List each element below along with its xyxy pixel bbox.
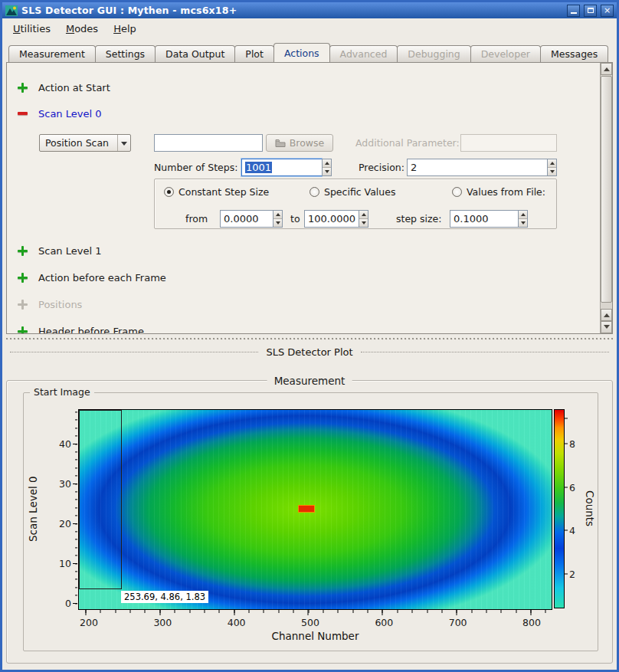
action-before-frame-row[interactable]: Action before each Frame [18,271,166,284]
spin-up-button[interactable] [548,159,556,168]
scroll-up-button[interactable] [601,63,612,75]
step-size-spinbox[interactable]: 0.1000 [450,210,528,228]
tab-debugging[interactable]: Debugging [397,45,470,62]
spin-down-icon [521,221,526,227]
spin-up-button[interactable] [323,159,331,168]
x-axis-title: Channel Number [79,630,552,642]
cursor-tracker-readout: 253.69, 4.86, 1.83 [121,591,208,603]
colorbar [554,409,565,608]
spin-down-button[interactable] [273,219,282,227]
tab-advanced[interactable]: Advanced [329,45,398,62]
y-axis-tick-labels: 403020100 [51,409,71,608]
x-tick-label: 800 [522,617,542,628]
collapse-minus-icon[interactable] [18,109,28,119]
colorbar-title: Counts [583,409,596,608]
vertical-scrollbar[interactable] [600,63,612,333]
combo-arrow-button[interactable] [117,135,130,151]
close-button[interactable]: × [601,5,614,17]
tab-measurement[interactable]: Measurement [8,45,96,62]
positions-label: Positions [38,299,82,310]
menu-modes[interactable]: Modes [60,20,104,38]
spin-down-button[interactable] [548,168,556,175]
tab-plot[interactable]: Plot [234,45,274,62]
from-value: 0.0000 [224,213,259,225]
scroll-up-icon [604,64,610,71]
scan-level-0-row[interactable]: Scan Level 0 [18,107,101,120]
additional-parameter-input [460,134,557,152]
start-image-group: Start Image Scan Level 0 403020100 253.6… [23,392,598,651]
action-at-start-row[interactable]: Action at Start [18,81,110,93]
expand-plus-icon[interactable] [18,246,28,256]
scan-level-1-label: Scan Level 1 [38,245,101,257]
spin-up-button[interactable] [273,211,282,219]
number-of-steps-value: 1001 [245,162,272,173]
colorbar-tick-label: 2 [569,569,583,579]
colorbar-ticks [565,409,568,608]
heatmap-image[interactable] [79,410,552,609]
radio-specific-values[interactable]: Specific Values [310,186,395,198]
scan-mode-combobox[interactable]: Position Scan [39,134,131,152]
tab-settings[interactable]: Settings [95,45,156,62]
y-axis-title: Scan Level 0 [27,409,41,608]
expand-plus-icon[interactable] [18,83,28,93]
tab-actions[interactable]: Actions [273,43,330,62]
spin-down-button[interactable] [323,168,331,175]
zoom-selection-rect [79,410,122,589]
radio-unchecked-icon[interactable] [452,187,462,197]
radio-checked-icon[interactable] [164,187,174,197]
minimize-button[interactable] [567,5,580,17]
tab-developer[interactable]: Developer [470,45,541,62]
expand-plus-icon[interactable] [18,273,28,283]
browse-label: Browse [290,137,325,149]
to-spinbox[interactable]: 100.0000 [304,210,368,228]
tab-messages[interactable]: Messages [540,45,608,62]
radio-constant-step-size[interactable]: Constant Step Size [164,186,269,198]
measurement-group-title: Measurement [267,375,352,387]
expand-plus-icon[interactable] [18,326,28,335]
spin-down-button[interactable] [359,219,368,227]
from-spinbox[interactable]: 0.0000 [220,210,283,228]
step-size-value: 0.1000 [454,213,489,225]
spin-up-button[interactable] [519,211,527,219]
plot-dock-title: SLS Detector Plot [10,346,609,358]
colorbar-tick-label: 4 [569,526,583,536]
precision-spinbox[interactable]: 2 [407,159,557,176]
plot-dock-title-label: SLS Detector Plot [266,346,352,358]
scroll-up-button-bottom[interactable] [601,309,612,321]
positions-row: Positions [18,298,82,310]
radio-unchecked-icon[interactable] [310,187,319,197]
header-before-frame-label: Header before Frame [38,326,144,335]
minimize-icon [571,12,577,14]
menu-utilities[interactable]: Utilities [7,20,57,38]
menu-help[interactable]: Help [107,20,142,38]
spin-up-icon [362,211,366,216]
precision-value: 2 [411,162,417,173]
measurement-group: Measurement Start Image Scan Level 0 403… [6,374,613,664]
titlebar[interactable]: SLS Detector GUI : Mythen - mcs6x18+ × [2,2,617,18]
radio-values-from-file[interactable]: Values from File: [452,186,545,198]
spin-up-button[interactable] [359,211,368,219]
chevron-down-icon [121,142,127,149]
spin-down-icon [276,221,280,227]
header-before-frame-row[interactable]: Header before Frame [18,325,144,334]
number-of-steps-spinbox[interactable]: 1001 [241,159,332,176]
tabbar: Measurement Settings Data Output Plot Ac… [6,43,613,62]
spin-down-button[interactable] [519,219,527,227]
maximize-button[interactable] [584,5,597,17]
scroll-down-button[interactable] [601,321,612,333]
scrollbar-thumb[interactable] [601,76,612,303]
splitter-handle[interactable] [6,338,613,340]
y-tick-label: 30 [51,479,71,489]
scan-level-1-row[interactable]: Scan Level 1 [18,244,101,257]
scan-script-input[interactable] [154,134,263,152]
tab-data-output[interactable]: Data Output [155,45,235,62]
spin-up-icon [521,211,526,216]
heatmap-plot[interactable]: 253.69, 4.86, 1.83 [78,409,552,610]
to-value: 100.0000 [308,213,355,225]
menubar: Utilities Modes Help [2,18,617,39]
window-title: SLS Detector GUI : Mythen - mcs6x18+ [21,5,563,16]
splitter[interactable]: SLS Detector Plot [2,337,617,363]
app-window: SLS Detector GUI : Mythen - mcs6x18+ × U… [0,0,619,672]
scan-mode-value: Position Scan [40,135,117,151]
step-mode-groupbox: Constant Step Size Specific Values Value… [154,179,557,229]
